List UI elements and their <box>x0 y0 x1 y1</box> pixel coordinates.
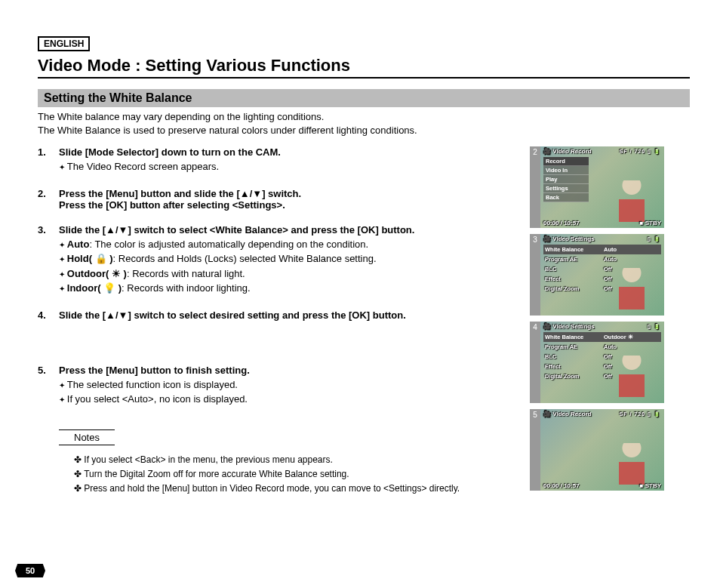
notes-list: If you select <Back> in the menu, the pr… <box>74 453 521 497</box>
step-sub: The Video Record screen appears. <box>59 159 521 174</box>
option-hold: Hold( 🔒 ): Records and Holds (Locks) sel… <box>59 251 521 266</box>
setting-row: EffectOff <box>543 274 661 284</box>
step-heading: Slide [Mode Selector] down to turn on th… <box>59 146 281 158</box>
status-icons: ▯ 🔋 <box>648 236 661 242</box>
setting-row: Program AEAuto <box>543 254 661 264</box>
step-heading: Slide the [▲/▼] switch to select <White … <box>59 224 414 236</box>
setting-row: BLCOff <box>543 264 661 274</box>
status-stby: ■ STBY <box>640 220 661 226</box>
step-3: 3. Slide the [▲/▼] switch to select <Whi… <box>38 224 521 296</box>
osd-settings: White BalanceAuto Program AEAuto BLCOff … <box>543 245 661 294</box>
menu-item: Record <box>543 157 589 166</box>
screenshot-5: 5 🎥 Video Record SF / 720 ▯ 🔋 00:00 / 10… <box>530 409 664 491</box>
step-heading: Press the [Menu] button to finish settin… <box>59 365 250 376</box>
step-heading: Press the [OK] button after selecting <S… <box>59 199 285 211</box>
page-title: Video Mode : Setting Various Functions <box>38 56 690 79</box>
step-heading: Slide the [▲/▼] switch to select desired… <box>59 309 406 321</box>
step-heading: Press the [Menu] button and slide the [▲… <box>59 188 301 199</box>
option-auto: Auto: The color is adjusted automaticall… <box>59 237 521 252</box>
status-icons: SF / 720 ▯ 🔋 <box>620 149 661 155</box>
osd-settings: White BalanceOutdoor ☀ Program AEAuto BL… <box>543 332 661 381</box>
time-counter: 00:00 / 10:57 <box>543 220 580 226</box>
steps-column: 1. Slide [Mode Selector] down to turn on… <box>38 146 521 497</box>
step-number: 1. <box>38 146 59 158</box>
intro-line-2: The White Balance is used to preserve na… <box>38 125 417 136</box>
menu-item: Video In <box>543 166 589 175</box>
screenshot-2: 2 🎥 Video Record SF / 720 ▯ 🔋 Record Vid… <box>530 146 664 228</box>
setting-row: BLCOff <box>543 352 661 362</box>
section-title: Setting the White Balance <box>38 89 690 107</box>
setting-row: White BalanceOutdoor ☀ <box>543 332 661 342</box>
setting-row: Digital ZoomOff <box>543 284 661 294</box>
screenshot-number: 2 <box>530 146 540 228</box>
note-item: Turn the Digital Zoom off for more accur… <box>74 467 521 482</box>
osd-menu: Record Video In Play Settings Back <box>543 157 589 202</box>
step-number: 3. <box>38 224 59 236</box>
page-number: 50 <box>15 564 45 577</box>
screenshots-column: 2 🎥 Video Record SF / 720 ▯ 🔋 Record Vid… <box>530 146 664 497</box>
menu-item: Back <box>543 193 589 202</box>
status-icons: ▯ 🔋 <box>648 324 661 330</box>
language-box: ENGLISH <box>38 36 90 51</box>
camera-icon: 🎥 Video Settings <box>543 323 595 330</box>
status-stby: ■ STBY <box>640 482 661 489</box>
camera-icon: 🎥 Video Settings <box>543 236 595 242</box>
step-sub: If you select <Auto>, no icon is display… <box>59 392 521 407</box>
step-sub: The selected function icon is displayed. <box>59 377 521 393</box>
screenshot-number: 5 <box>530 409 540 491</box>
photo-subject <box>613 439 651 485</box>
step-2: 2. Press the [Menu] button and slide the… <box>38 188 521 211</box>
step-number: 4. <box>38 309 59 321</box>
note-item: Press and hold the [Menu] button in Vide… <box>74 482 521 496</box>
screenshot-4: 4 🎥 Video Settings ▯ 🔋 White BalanceOutd… <box>530 322 664 403</box>
camera-icon: 🎥 Video Record <box>543 411 592 417</box>
camera-icon: 🎥 Video Record <box>543 148 592 155</box>
intro-text: The White balance may vary depending on … <box>38 110 690 137</box>
step-1: 1. Slide [Mode Selector] down to turn on… <box>38 146 521 174</box>
step-number: 2. <box>38 188 59 211</box>
setting-row: Digital ZoomOff <box>543 371 661 381</box>
option-indoor: Indoor( 💡 ): Records with indoor lightin… <box>59 281 521 296</box>
option-outdoor: Outdoor( ☀ ): Records with natural light… <box>59 266 521 282</box>
screenshot-number: 4 <box>530 322 540 403</box>
note-item: If you select <Back> in the menu, the pr… <box>74 453 521 467</box>
intro-line-1: The White balance may vary depending on … <box>38 111 324 122</box>
setting-row: EffectOff <box>543 362 661 371</box>
menu-item: Play <box>543 175 589 184</box>
step-4: 4. Slide the [▲/▼] switch to select desi… <box>38 309 521 321</box>
sun-icon: ☀ <box>628 334 633 340</box>
menu-item: Settings <box>543 184 589 193</box>
status-icons: SF / 720 ▯ 🔋 <box>620 411 661 417</box>
setting-row: Program AEAuto <box>543 342 661 352</box>
time-counter: 00:00 / 10:57 <box>543 482 580 489</box>
step-5: 5. Press the [Menu] button to finish set… <box>38 365 521 407</box>
screenshot-number: 3 <box>530 234 540 316</box>
photo-subject <box>613 177 651 222</box>
setting-row: White BalanceAuto <box>543 245 661 254</box>
screenshot-3: 3 🎥 Video Settings ▯ 🔋 White BalanceAuto… <box>530 234 664 316</box>
notes-label: Notes <box>59 429 115 445</box>
step-number: 5. <box>38 365 59 376</box>
